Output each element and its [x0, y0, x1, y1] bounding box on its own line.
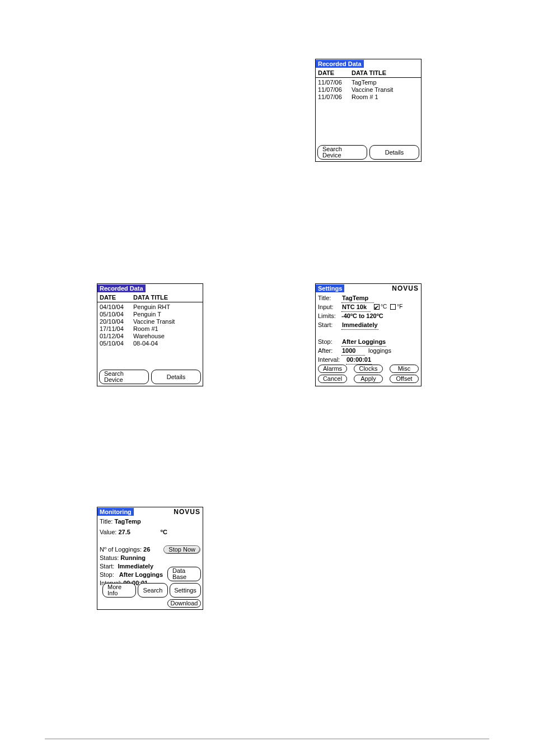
database-button[interactable]: Data Base [167, 567, 201, 581]
column-title: DATA TITLE [352, 69, 386, 76]
column-date: DATE [318, 69, 352, 76]
download-button[interactable]: Download [167, 599, 201, 608]
list-item[interactable]: 11/07/06Vaccine Transit [318, 86, 419, 94]
list-item[interactable]: 04/10/04Penguin RHT [100, 304, 200, 311]
after-field[interactable]: 1000 [341, 346, 365, 356]
misc-button[interactable]: Misc [390, 365, 419, 373]
list-item[interactable]: 20/10/04Vaccine Transit [100, 318, 200, 325]
celsius-checkbox[interactable] [374, 304, 380, 310]
recorded-data-window-1: Recorded Data DATE DATA TITLE 11/07/06Ta… [315, 59, 421, 162]
button-bar: Search Device Details [317, 145, 419, 160]
monitoring-window: Monitoring NOVUS Title: TagTemp Value: 2… [97, 507, 203, 610]
after-label: After: [318, 346, 341, 355]
list-item[interactable]: 17/11/04Room #1 [100, 325, 200, 333]
after-suffix: loggings [368, 346, 391, 355]
nlogs-label: Nº of Loggings: [100, 545, 142, 554]
data-list: 04/10/04Penguin RHT 05/10/04Penguin T 20… [97, 302, 203, 348]
brand-logo: NOVUS [174, 508, 203, 516]
details-button[interactable]: Details [369, 145, 419, 160]
titlebar: Monitoring NOVUS [97, 507, 203, 516]
stop-now-button[interactable]: Stop Now [163, 545, 200, 554]
fahrenheit-checkbox[interactable] [390, 304, 396, 310]
start-label: Start: [318, 320, 341, 329]
status-label: Status: [100, 554, 119, 562]
settings-form: Title: TagTemp Input: NTC 10k °C °F Limi… [316, 292, 421, 365]
column-headers: DATE DATA TITLE [316, 68, 421, 78]
input-label: Input: [318, 302, 341, 311]
list-item[interactable]: 01/12/04Warehouse [100, 333, 200, 340]
nlogs-value: 26 [143, 545, 150, 554]
value-reading: 27.5 [118, 528, 130, 536]
brand-logo: NOVUS [392, 284, 421, 292]
column-title: DATA TITLE [133, 294, 168, 301]
input-field[interactable]: NTC 10k [341, 302, 371, 312]
clocks-button[interactable]: Clocks [354, 365, 383, 373]
column-date: DATE [100, 294, 133, 301]
stop-label: Stop: [318, 337, 341, 346]
button-bar: Search Device Details [99, 370, 201, 384]
list-item[interactable]: 11/07/06Room # 1 [318, 94, 419, 101]
search-device-button[interactable]: Search Device [317, 145, 367, 160]
stop-field[interactable]: After Loggings [341, 337, 386, 347]
title-value: TagTemp [115, 517, 141, 526]
titlebar: Recorded Data [316, 59, 421, 68]
data-list: 11/07/06TagTemp 11/07/06Vaccine Transit … [316, 78, 421, 102]
limits-value: -40ºC to 120ºC [341, 311, 383, 320]
recorded-data-window-2: Recorded Data DATE DATA TITLE 04/10/04Pe… [97, 283, 203, 386]
list-item[interactable]: 05/10/04Penguin T [100, 311, 200, 318]
button-bar: Alarms Clocks Misc Cancel Apply Offset [316, 363, 421, 385]
search-device-button[interactable]: Search Device [99, 370, 149, 384]
offset-button[interactable]: Offset [390, 375, 419, 383]
list-item[interactable]: 11/07/06TagTemp [318, 79, 419, 86]
titlebar: Settings NOVUS [316, 284, 421, 292]
limits-label: Limits: [318, 311, 341, 320]
title-label: Title: [100, 517, 113, 526]
title-field[interactable]: TagTemp [341, 293, 374, 303]
start-field[interactable]: Immediately [341, 320, 378, 330]
title-label: Title: [318, 293, 341, 302]
window-title: Recorded Data [97, 284, 146, 292]
moreinfo-button[interactable]: More Info [102, 583, 136, 598]
column-headers: DATE DATA TITLE [97, 292, 203, 302]
settings-window: Settings NOVUS Title: TagTemp Input: NTC… [315, 283, 421, 386]
fahrenheit-label: °F [397, 302, 402, 311]
details-button[interactable]: Details [151, 370, 201, 384]
window-title: Settings [316, 284, 344, 292]
window-title: Recorded Data [316, 60, 364, 68]
value-label: Value: [100, 528, 116, 536]
celsius-label: °C [381, 302, 387, 311]
button-bar: Data Base More Info Search Settings Down… [99, 567, 201, 608]
alarms-button[interactable]: Alarms [318, 365, 347, 373]
status-value: Running [120, 554, 146, 562]
titlebar: Recorded Data [97, 284, 203, 292]
search-button[interactable]: Search [138, 583, 168, 598]
footer-rule [45, 739, 489, 739]
settings-button[interactable]: Settings [170, 583, 201, 598]
window-title: Monitoring [97, 508, 134, 516]
value-unit: ºC [161, 528, 167, 536]
apply-button[interactable]: Apply [354, 375, 383, 383]
list-item[interactable]: 05/10/0408-04-04 [100, 340, 200, 347]
cancel-button[interactable]: Cancel [318, 375, 347, 383]
